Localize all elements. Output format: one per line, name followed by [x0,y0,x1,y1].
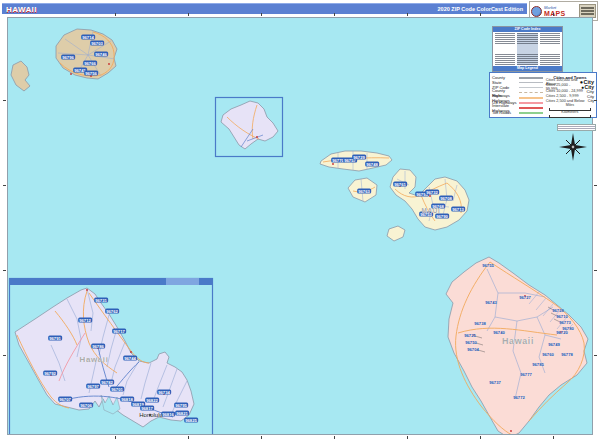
frame-tick [3,355,6,356]
zip-label-96821: 96821 [175,411,189,416]
zip-label-96706: 96706 [79,403,93,408]
county-label: Hawaii [80,355,109,364]
zip-label-96797: 96797 [86,384,100,389]
zip-label-96746: 96746 [94,52,108,57]
legend-line-sample [519,87,543,88]
zip-label-96714: 96714 [81,35,95,40]
zip-label-96738: 96738 [474,321,486,326]
frame-tick [3,100,6,101]
zip-label-96777: 96777 [520,372,532,377]
zip-label-96817: 96817 [140,406,154,411]
frame-tick [553,436,554,439]
zip-label-96701: 96701 [110,387,124,392]
zip-label-96822: 96822 [145,398,159,403]
zip-label-96707: 96707 [58,397,72,402]
zip-label-96761: 96761 [393,182,407,187]
zip-label-96763: 96763 [357,189,371,194]
legend-line-sample [519,107,543,109]
zip-label-96755: 96755 [482,263,494,268]
county-label: MAUI [421,207,440,214]
city-class-range: Cities 10,000 - 24,999 [546,89,583,93]
frame-tick [407,436,408,439]
zip-label-96749: 96749 [548,342,560,347]
zip-index-column [540,33,560,65]
edition-label: 2020 ZIP Code ColorCast Edition [438,6,523,12]
zip-label-96762: 96762 [105,309,119,314]
frame-tick [334,13,335,16]
zip-index-rows [493,32,562,66]
city-class-row: Cities 2,500 - 9,999City [546,94,594,99]
map-title: HAWAII [6,5,37,14]
copyright-strip [557,124,596,131]
frame-tick [594,270,597,271]
frame-tick [3,270,6,271]
zip-index-column [495,33,515,65]
legend-line-sample [519,92,543,93]
zip-label-96708: 96708 [439,196,453,201]
scale-bars: MilesKilometers [546,104,594,117]
map-legend: CountyStateZIP CodeCounty HighwaysState … [489,72,597,118]
zip-label-96717: 96717 [112,329,126,334]
logo-side-panel [579,4,596,18]
zip-label-96737: 96737 [489,380,501,385]
frame-tick [188,436,189,439]
zip-label-96782: 96782 [100,380,114,385]
frame-tick [407,13,408,16]
legend-line-sample [519,112,543,114]
zip-label-96720: 96720 [556,330,568,335]
scale-rule [549,115,591,118]
frame-tick [261,436,262,439]
zip-label-96729: 96729 [352,155,366,160]
hawaii-zip-code-wall-map: HAWAII 2020 ZIP Code ColorCast Edition M… [0,0,600,440]
zip-label-96743: 96743 [485,300,497,305]
county-label: Hawaii [502,336,534,346]
zip-label-96732: 96732 [425,190,439,195]
frame-tick [334,436,335,439]
zip-label-96734: 96734 [157,390,171,395]
globe-icon [531,6,542,17]
zip-label-96710: 96710 [556,314,568,319]
legend-cities-panel: Cities and Towns Cities 100,000 and Abov… [546,75,594,115]
map-header-bar: HAWAII 2020 ZIP Code ColorCast Edition [2,3,527,14]
zip-label-96791: 96791 [48,336,62,341]
zip-label-96825: 96825 [184,418,198,423]
zip-label-96786: 96786 [91,344,105,349]
zip-label-96728: 96728 [552,308,564,313]
zip-label-96712: 96712 [78,318,92,323]
zip-label-96713: 96713 [451,207,465,212]
legend-item: Toll Roads [492,110,543,115]
city-class-range: Cities 2,500 - 9,999 [546,94,579,98]
logo-wordmark: Market MAPS [544,6,565,17]
zip-label-96756: 96756 [84,71,98,76]
zip-label-96727: 96727 [519,295,531,300]
zip-label-96772: 96772 [513,395,525,400]
zip-label-96725: 96725 [464,333,476,338]
zip-label-96795: 96795 [174,403,188,408]
frame-tick [261,13,262,16]
zip-label-96773: 96773 [559,320,571,325]
city-label-honolulu: Honolulu [139,412,163,418]
frame-tick [188,13,189,16]
zip-label-96731: 96731 [94,298,108,303]
zip-label-96778: 96778 [561,352,573,357]
frame-tick [594,100,597,101]
logo-line2: MAPS [544,10,565,17]
zip-label-96703: 96703 [90,41,104,46]
zip-label-96785: 96785 [532,362,544,367]
zip-label-96740: 96740 [493,330,505,335]
frame-tick [3,185,6,186]
zip-label-96816: 96816 [161,412,175,417]
legend-line-sample [519,102,543,104]
legend-line-sample [519,77,543,79]
city-class-rows: Cities 100,000 and Above●CityCities 25,0… [546,80,594,103]
frame-tick [594,355,597,356]
frame-tick [115,13,116,16]
frame-tick [115,436,116,439]
frame-tick [553,13,554,16]
zip-label-96704: 96704 [467,347,479,352]
zip-index-column-highlight [517,33,537,65]
zip-label-96796: 96796 [61,55,75,60]
zip-label-96748: 96748 [365,162,379,167]
legend-line-sample [519,97,543,99]
zip-label-96766: 96766 [83,61,97,66]
